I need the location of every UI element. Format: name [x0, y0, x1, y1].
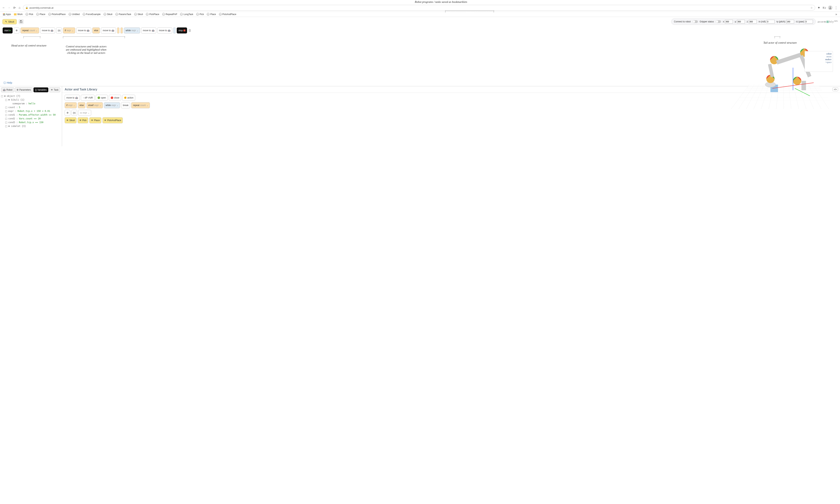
bookmark-item[interactable]: Work: [13, 13, 24, 16]
current-task-badge[interactable]: ✎ Sikuli: [2, 19, 17, 24]
globe-icon: [207, 13, 210, 16]
start-block[interactable]: start: [3, 28, 13, 34]
code-toggle-button[interactable]: </>: [833, 87, 838, 91]
repeat-block[interactable]: repeat count ⌄: [20, 28, 39, 34]
stop-block[interactable]: stop: [177, 28, 187, 34]
lib-gear[interactable]: ⚙: [65, 110, 70, 116]
gear-icon: ⚙: [16, 29, 18, 32]
forward-button[interactable]: →: [7, 6, 11, 10]
lib-moveto[interactable]: move to 🤖: [65, 95, 80, 101]
save-button[interactable]: [19, 19, 23, 24]
eye-icon: 👁: [104, 119, 106, 122]
while-close-bracket[interactable]: [173, 28, 176, 34]
help-link[interactable]: ⓘ Help: [0, 80, 840, 86]
annotation-tail-actor: Tail actor of control structure: [763, 41, 797, 44]
lib-repeat[interactable]: repeat count ⌄: [131, 102, 150, 108]
moveto-block-1[interactable]: move to🤖: [40, 28, 55, 34]
lib-if[interactable]: if expr ⌄: [65, 102, 77, 108]
moveto-block-5[interactable]: move to🤖: [157, 28, 173, 34]
task-name: Sikuli: [8, 20, 14, 23]
lock-icon: 🔒: [25, 6, 28, 9]
lib-else[interactable]: else: [78, 102, 85, 108]
variables-tree[interactable]: object {7} Sikuli {1} someparam : hello …: [0, 93, 62, 146]
while-block[interactable]: while expr ⌄: [124, 28, 140, 34]
gripper-toggle[interactable]: [716, 20, 721, 23]
lib-break[interactable]: break: [121, 102, 130, 108]
var-block[interactable]: {x}: [56, 28, 62, 34]
bookmark-item[interactable]: Sikuli: [133, 13, 144, 16]
extensions-icon[interactable]: ✦: [817, 6, 821, 10]
tab-variables[interactable]: {} Variables: [34, 87, 48, 92]
tab-task[interactable]: 👁 Task: [49, 87, 60, 92]
kebab-menu-icon[interactable]: ⋮: [834, 6, 838, 10]
bookmark-label: Work: [17, 13, 22, 16]
lib-elseif[interactable]: elseif expr ⌄: [87, 102, 103, 108]
y-input[interactable]: [737, 20, 745, 23]
ry-input[interactable]: [786, 20, 794, 23]
star-icon[interactable]: ☆: [810, 6, 813, 9]
lib-while[interactable]: while expr ⌄: [104, 102, 120, 108]
lib-task-chip[interactable]: 👁 Place: [89, 117, 101, 123]
bookmark-item[interactable]: ForceExample: [82, 13, 102, 16]
bookmark-item[interactable]: Untitled: [68, 13, 81, 16]
bookmarks-overflow-icon[interactable]: »: [834, 13, 838, 16]
bookmark-label: ForceExample: [86, 13, 101, 16]
reload-button[interactable]: ⟳: [13, 6, 16, 10]
home-button[interactable]: ⌂: [18, 6, 21, 10]
bookmark-item[interactable]: PickAndPlace: [218, 13, 237, 16]
rz-label: rz (yaw):: [796, 20, 805, 23]
bookmark-item[interactable]: Place: [206, 13, 217, 16]
bookmark-item[interactable]: Place: [35, 13, 47, 16]
lib-task-chip[interactable]: 👁 PickAndPlace: [103, 117, 123, 123]
lib-dpdr[interactable]: →dP ↺dR: [81, 95, 94, 101]
globe-icon: [134, 13, 137, 16]
brand-logo: assem▦blyalpha: [818, 20, 838, 23]
bookmark-label: Sikuli: [107, 13, 112, 16]
folder-icon: [14, 13, 17, 15]
eye-icon: 👁: [79, 119, 82, 122]
moveto-block-3[interactable]: move to🤖: [101, 28, 116, 34]
lib-expr[interactable]: ▭ expr ⌄: [78, 110, 91, 116]
x-input[interactable]: [725, 20, 733, 23]
lib-task-chip[interactable]: 👁 Pick: [78, 117, 88, 123]
bookmark-item[interactable]: PickAndPlace: [47, 13, 67, 16]
bookmark-item[interactable]: Pick: [24, 13, 34, 16]
lib-task-chip[interactable]: 👁 Sikuli: [65, 117, 76, 123]
bookmark-item[interactable]: RepeatPnP: [161, 13, 178, 16]
tab-robot[interactable]: 🤖 Robot: [1, 87, 14, 92]
bookmark-item[interactable]: ParamsTask: [114, 13, 132, 16]
reading-list-icon[interactable]: ≡♪: [822, 6, 826, 10]
bookmark-item[interactable]: PickPlace: [145, 13, 160, 16]
bookmark-item[interactable]: Sikuli: [103, 13, 113, 16]
if-block[interactable]: if expr ⌄: [63, 28, 75, 34]
moveto-block-2[interactable]: move to🤖: [76, 28, 91, 34]
left-pane: 🤖 Robot ⚙ Parameters {} Variables 👁 Task…: [0, 86, 62, 146]
rz-input[interactable]: [805, 20, 813, 23]
rx-input[interactable]: [767, 20, 774, 23]
z-input[interactable]: [749, 20, 757, 23]
bookmark-item[interactable]: Pick: [195, 13, 205, 16]
else-block[interactable]: else: [92, 28, 100, 34]
url-bar[interactable]: 🔒 assembly.comemak.at ☆: [23, 5, 815, 11]
trash-icon[interactable]: 🗑: [188, 29, 192, 33]
bookmark-item[interactable]: LongTask: [179, 13, 194, 16]
apps-button[interactable]: Apps: [2, 13, 12, 16]
profile-avatar[interactable]: [828, 5, 833, 10]
back-button[interactable]: ←: [2, 6, 6, 10]
moveto-block-4[interactable]: move to🤖: [141, 28, 156, 34]
lib-action[interactable]: ✊ action: [122, 95, 135, 101]
connect-toggle[interactable]: [693, 20, 698, 23]
robot-icon: 🤖: [168, 29, 171, 32]
gear-block[interactable]: ⚙: [14, 28, 19, 34]
lib-open[interactable]: 🟢 open: [96, 95, 108, 101]
z-label: z:: [747, 20, 748, 23]
globe-icon: [146, 13, 148, 16]
eye-icon: 👁: [66, 119, 69, 122]
robot-icon: 🤖: [87, 29, 89, 32]
if-close-bracket[interactable]: [117, 28, 119, 34]
tab-parameters[interactable]: ⚙ Parameters: [15, 87, 33, 92]
lib-var[interactable]: {x}: [71, 110, 77, 116]
globe-icon: [162, 13, 165, 16]
lib-close[interactable]: 🔴 close: [109, 95, 121, 101]
repeat-close-bracket[interactable]: [121, 28, 123, 34]
